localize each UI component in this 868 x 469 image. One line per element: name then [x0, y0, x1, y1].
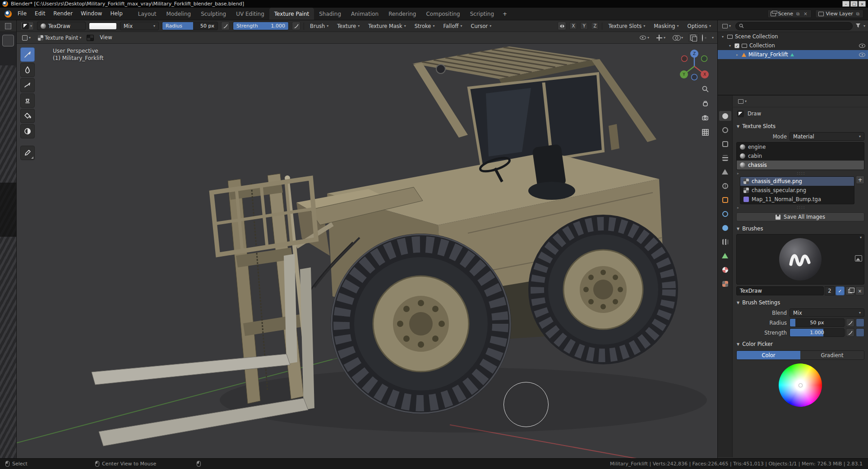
popover-texture-slots[interactable]: Texture Slots▾	[605, 22, 648, 30]
list-resize-grip[interactable]: ▸::::	[733, 205, 868, 210]
pan-hand-icon[interactable]	[702, 100, 709, 109]
shading-wireframe-button[interactable]	[702, 35, 703, 41]
outliner-row-scene-collection[interactable]: ▾ Scene Collection	[718, 32, 868, 41]
outliner-editor-selector[interactable]: ▾	[720, 22, 733, 30]
properties-editor-selector[interactable]: ▾	[736, 97, 748, 106]
filter-icon[interactable]	[855, 23, 861, 29]
camera-view-icon[interactable]	[702, 114, 709, 123]
menu-render[interactable]: Render	[49, 8, 77, 20]
tab-shading[interactable]: Shading	[314, 8, 346, 20]
material-slot-engine[interactable]: engine	[737, 143, 864, 152]
texture-slot-diffuse[interactable]: chassis_diffuse.png	[740, 177, 854, 186]
outliner-row-collection[interactable]: ▾ ✓ Collection	[718, 41, 868, 50]
shading-solid-button[interactable]	[705, 37, 706, 39]
slot-mode-dropdown[interactable]: Material ▾	[790, 132, 864, 141]
popover-brush[interactable]: Brush▾	[307, 22, 331, 30]
paint-slot-thumbnail[interactable]	[87, 35, 94, 41]
image-editor-canvas[interactable]	[0, 65, 16, 458]
disclosure-icon[interactable]: ▸	[735, 53, 739, 57]
menu-window[interactable]: Window	[77, 8, 106, 20]
mirror-y-toggle[interactable]: Y	[580, 22, 588, 30]
material-slot-chassis[interactable]: chassis	[737, 161, 864, 170]
popover-masking[interactable]: Masking▾	[651, 22, 681, 30]
image-editor-tool-button[interactable]	[2, 35, 14, 46]
popover-stroke[interactable]: Stroke▾	[412, 22, 438, 30]
tab-rendering[interactable]: Rendering	[383, 8, 421, 20]
properties-tab-view-layer[interactable]	[719, 153, 731, 163]
object-visibility-dropdown[interactable]: ▾	[638, 33, 651, 42]
tab-texture-paint[interactable]: Texture Paint	[269, 8, 314, 20]
add-texture-slot-button[interactable]: +	[856, 175, 864, 184]
menu-help[interactable]: Help	[106, 8, 126, 20]
color-tab[interactable]: Color	[737, 351, 800, 359]
active-tool-icon-button[interactable]: ▾	[20, 22, 34, 30]
tab-sculpting[interactable]: Sculpting	[196, 8, 231, 20]
view-layer-selector[interactable]: View Layer ⧉	[815, 9, 863, 18]
list-resize-grip[interactable]: ▸::::	[733, 171, 868, 175]
save-all-images-button[interactable]: Save All Images	[736, 212, 864, 221]
minimize-button[interactable]: –	[842, 1, 850, 7]
tool-annotate-button[interactable]	[20, 146, 35, 160]
image-editor-strip[interactable]	[0, 20, 17, 458]
mirror-x-toggle[interactable]: X	[569, 22, 577, 30]
brush-preview-dropdown[interactable]: ▾	[860, 236, 862, 239]
properties-tab-modifiers[interactable]	[719, 209, 731, 219]
mirror-z-toggle[interactable]: Z	[591, 22, 599, 30]
tool-draw-button[interactable]	[20, 47, 35, 62]
brush-preview-box[interactable]: ▾	[736, 234, 864, 285]
properties-tab-material[interactable]	[719, 265, 731, 275]
overlays-dropdown[interactable]: ▾	[671, 33, 685, 42]
xray-toggle[interactable]	[688, 33, 698, 42]
properties-tab-tool[interactable]	[719, 111, 731, 121]
menu-edit[interactable]: Edit	[31, 8, 49, 20]
close-button[interactable]: ×	[859, 1, 866, 7]
radius-pressure-button[interactable]	[846, 318, 854, 327]
collection-checkbox[interactable]: ✓	[734, 43, 739, 48]
properties-tab-constraints[interactable]	[719, 237, 731, 247]
radius-unified-toggle[interactable]	[856, 318, 864, 327]
blend-mode-dropdown[interactable]: Mix ▾	[120, 22, 159, 30]
view-layer-new-button[interactable]: ⧉	[855, 11, 860, 17]
disclosure-icon[interactable]: ▾	[720, 35, 725, 39]
viewport-3d[interactable]: User Perspective (1) Military_Forklift	[17, 44, 717, 458]
maximize-button[interactable]: □	[850, 1, 858, 7]
fake-user-toggle[interactable]: ✓	[836, 286, 845, 295]
tab-uv-editing[interactable]: UV Editing	[231, 8, 269, 20]
tool-mask-button[interactable]	[20, 124, 35, 138]
shading-dropdown-icon[interactable]: ▾	[712, 36, 714, 40]
properties-tab-texture[interactable]	[719, 279, 731, 289]
hide-eye-icon[interactable]	[859, 44, 865, 48]
zoom-icon[interactable]	[702, 85, 709, 94]
hide-eye-icon[interactable]	[859, 53, 865, 57]
tool-smear-button[interactable]	[20, 78, 35, 92]
strength-slider[interactable]: Strength 1.000	[233, 22, 289, 30]
tab-layout[interactable]: Layout	[133, 8, 162, 20]
tool-soften-button[interactable]	[20, 63, 35, 77]
texture-slot-normal[interactable]: Map_11_Normal_Bump.tga	[740, 195, 854, 204]
popover-texture[interactable]: Texture▾	[334, 22, 362, 30]
ortho-grid-icon[interactable]	[702, 129, 709, 138]
disclosure-icon[interactable]: ▾	[728, 44, 732, 48]
outliner-filter-dropdown[interactable]: ▾	[863, 24, 865, 28]
properties-tab-world[interactable]	[719, 181, 731, 191]
navigation-gizmo[interactable]: X Y Z	[678, 48, 711, 82]
radius-pressure-button[interactable]	[221, 22, 230, 30]
tab-modeling[interactable]: Modeling	[162, 8, 196, 20]
strength-unified-toggle[interactable]	[856, 328, 864, 337]
tool-clone-button[interactable]	[20, 93, 35, 108]
texture-slots-panel-header[interactable]: ▼ Texture Slots	[733, 122, 868, 131]
duplicate-brush-button[interactable]	[845, 286, 854, 295]
popover-texture-mask[interactable]: Texture Mask▾	[365, 22, 408, 30]
tab-compositing[interactable]: Compositing	[421, 8, 465, 20]
browse-image-icon[interactable]	[855, 255, 862, 262]
add-workspace-button[interactable]: +	[499, 8, 511, 20]
gradient-tab[interactable]: Gradient	[800, 351, 864, 359]
scene-selector[interactable]: Scene ⧉ ×	[767, 9, 812, 18]
editor-type-selector[interactable]: ▾	[20, 33, 32, 42]
tab-animation[interactable]: Animation	[346, 8, 383, 20]
color-picker-panel-header[interactable]: ▼ Color Picker	[733, 340, 868, 349]
menu-file[interactable]: File	[14, 8, 31, 20]
outliner-row-military-forklift[interactable]: ▸ Military_Forklift	[718, 50, 868, 59]
blend-dropdown[interactable]: Mix ▾	[790, 308, 864, 317]
texture-slot-specular[interactable]: chassis_specular.png	[740, 186, 854, 195]
